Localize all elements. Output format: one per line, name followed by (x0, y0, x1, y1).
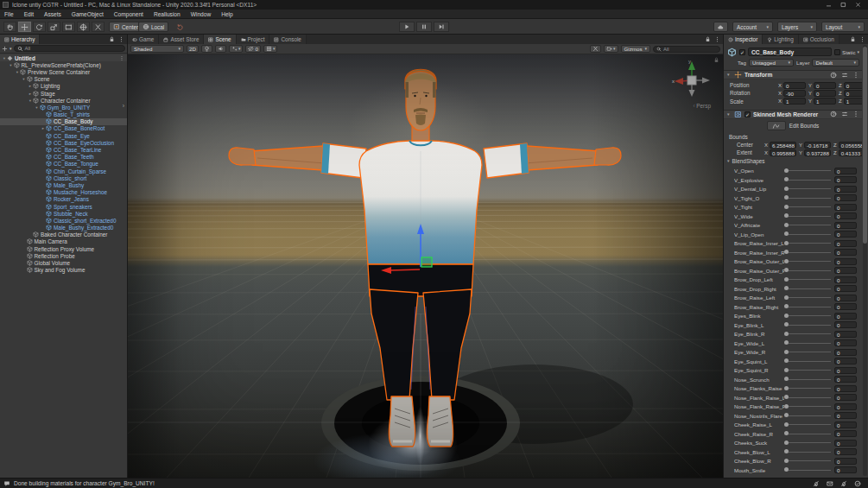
background-tasks-icon[interactable] (854, 480, 861, 487)
kebab-menu-icon[interactable] (852, 111, 859, 117)
hierarchy-item-untitled[interactable]: ▾ Untitled (0, 54, 127, 61)
scene-camera-dropdown[interactable]: ▾ (604, 45, 618, 53)
orientation-gizmo[interactable]: y x (669, 58, 714, 103)
inspector-scrollbar[interactable] (863, 45, 867, 476)
blendshape-value-field[interactable]: 0 (834, 176, 857, 183)
slider-knob[interactable] (784, 277, 789, 282)
blendshape-slider[interactable] (784, 257, 831, 266)
2d-toggle-button[interactable]: 2D (187, 45, 199, 53)
move-tool-button[interactable] (18, 22, 31, 32)
scrollbar-thumb[interactable] (863, 47, 867, 244)
blendshape-value-field[interactable]: 0 (834, 394, 857, 401)
maximize-icon[interactable] (840, 2, 846, 8)
x-field[interactable]: -90 (783, 90, 806, 97)
slider-knob[interactable] (784, 259, 789, 263)
scene-effects-dropdown[interactable]: ▾ (229, 45, 244, 53)
menu-file[interactable]: File (0, 10, 19, 19)
slider-knob[interactable] (784, 205, 789, 209)
scale-tool-button[interactable] (48, 22, 60, 32)
blendshape-value-field[interactable]: 0 (834, 385, 857, 392)
y-field[interactable]: 0 (814, 90, 836, 97)
projection-toggle[interactable]: ‹ Persp (693, 103, 711, 109)
prefab-open-arrow-icon[interactable]: › (123, 103, 124, 109)
play-button[interactable] (399, 22, 415, 32)
blendshape-value-field[interactable]: 0 (834, 339, 857, 346)
slider-knob[interactable] (784, 332, 789, 336)
menu-help[interactable]: Help (216, 10, 238, 19)
blendshape-slider[interactable] (784, 203, 831, 212)
slider-knob[interactable] (784, 322, 789, 326)
hierarchy-item-scene[interactable]: ▾ Scene (0, 76, 127, 83)
z-field[interactable]: 1 (844, 98, 862, 105)
custom-tools-button[interactable] (92, 22, 105, 32)
y-field[interactable]: 1 (814, 98, 836, 105)
mail-icon[interactable] (827, 480, 833, 487)
static-checkbox[interactable] (834, 49, 840, 55)
create-object-button[interactable] (2, 46, 8, 52)
hierarchy-item-classic-short-extracted0[interactable]: Classic_short_Extracted0 (0, 217, 127, 224)
slider-knob[interactable] (784, 358, 789, 363)
slider-knob[interactable] (784, 241, 789, 245)
blendshape-value-field[interactable]: 0 (834, 240, 857, 247)
renderer-enabled-checkbox[interactable]: ✓ (744, 111, 751, 117)
draw-mode-dropdown[interactable]: Shaded ▾ (130, 45, 184, 53)
hierarchy-item-stage[interactable]: ▸ Stage (0, 90, 127, 97)
blendshape-slider[interactable] (784, 185, 831, 193)
hierarchy-item-global-volume[interactable]: Global Volume (0, 259, 127, 266)
blendshape-slider[interactable] (784, 339, 831, 347)
scene-audio-toggle[interactable] (215, 45, 226, 53)
hierarchy-item-reflection-probe[interactable]: Reflection Probe (0, 252, 127, 259)
scene-viewport[interactable]: y x ‹ Persp (128, 54, 723, 478)
blendshape-slider[interactable] (784, 457, 831, 466)
blendshape-value-field[interactable]: 0 (834, 313, 857, 320)
gameobject-name-field[interactable]: CC_Base_Body (748, 48, 832, 56)
lock-icon[interactable] (850, 36, 856, 42)
blendshape-slider[interactable] (784, 466, 831, 474)
blendshape-slider[interactable] (784, 276, 831, 284)
blendshape-slider[interactable] (784, 411, 831, 420)
blendshape-slider[interactable] (784, 357, 831, 365)
static-dropdown[interactable]: Static ▾ (834, 49, 859, 55)
account-dropdown[interactable]: Account ▾ (732, 22, 773, 32)
hierarchy-item-main-camera[interactable]: Main Camera (0, 238, 127, 245)
menu-window[interactable]: Window (186, 10, 216, 19)
tab-scene[interactable]: Scene (204, 35, 236, 44)
tab-inspector[interactable]: Inspector (724, 35, 763, 44)
hierarchy-item-cc-base-body[interactable]: CC_Base_Body (0, 118, 127, 125)
scene-lighting-toggle[interactable] (201, 45, 212, 53)
blendshape-value-field[interactable]: 0 (834, 403, 857, 410)
help-icon[interactable] (830, 111, 837, 117)
presets-icon[interactable] (841, 111, 848, 117)
blendshape-value-field[interactable]: 0 (834, 466, 857, 473)
rotate-tool-button[interactable] (33, 22, 46, 32)
layer-dropdown[interactable]: Default ▾ (812, 59, 859, 67)
z-field[interactable]: 0 (844, 90, 862, 97)
minimize-icon[interactable] (826, 2, 832, 8)
foldout-arrow-icon[interactable]: ▼ (726, 73, 732, 77)
transform-tool-button[interactable] (77, 22, 90, 32)
hierarchy-item-cc-base-teeth[interactable]: CC_Base_Teeth (0, 154, 127, 161)
hand-tool-button[interactable] (3, 22, 16, 32)
slider-knob[interactable] (784, 440, 789, 445)
blendshape-value-field[interactable]: 0 (834, 440, 857, 447)
rect-tool-button[interactable] (62, 22, 75, 32)
y-field[interactable]: -0.16718 (804, 142, 831, 149)
hierarchy-item-cc-base-eye[interactable]: CC_Base_Eye (0, 132, 127, 139)
slider-knob[interactable] (784, 295, 789, 300)
kebab-menu-icon[interactable] (852, 72, 859, 79)
y-field[interactable]: 0.937288 (804, 149, 831, 156)
blendshapes-foldout[interactable]: ▼ BlendShapes (724, 156, 862, 166)
blendshape-slider[interactable] (784, 439, 831, 447)
tab-game[interactable]: Game (128, 35, 159, 44)
blendshape-value-field[interactable]: 0 (834, 448, 857, 455)
hierarchy-item-rocker-jeans[interactable]: Rocker_Jeans (0, 196, 127, 203)
blendshape-slider[interactable] (784, 330, 831, 339)
blendshape-slider[interactable] (784, 294, 831, 302)
hierarchy-item-cc-base-tongue[interactable]: CC_Base_Tongue (0, 161, 127, 168)
blendshape-slider[interactable] (784, 266, 831, 275)
layers-dropdown[interactable]: Layers ▾ (777, 22, 817, 32)
hierarchy-item-male-bushy-extracted0[interactable]: Male_Bushy_Extracted0 (0, 225, 127, 231)
blendshape-value-field[interactable]: 0 (834, 194, 857, 201)
slider-knob[interactable] (784, 449, 789, 453)
slider-knob[interactable] (784, 314, 789, 318)
